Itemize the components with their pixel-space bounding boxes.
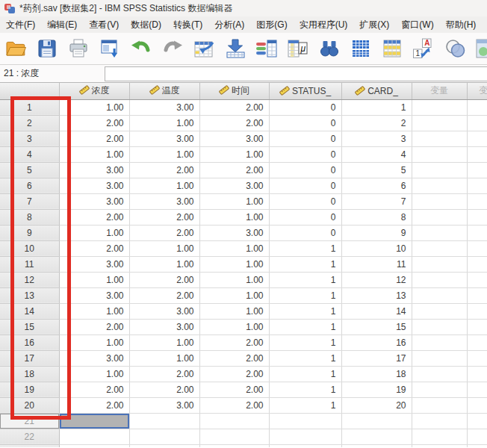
data-cell[interactable]: 10 <box>341 240 412 256</box>
menu-file[interactable]: 文件(F) <box>0 16 41 33</box>
data-cell[interactable]: 0 <box>269 162 341 178</box>
data-cell[interactable]: 0 <box>269 131 341 146</box>
data-cell[interactable] <box>412 382 467 397</box>
menu-window[interactable]: 窗口(W) <box>395 16 439 33</box>
data-cell[interactable]: 1 <box>269 366 341 382</box>
data-cell[interactable] <box>269 413 341 429</box>
data-cell[interactable] <box>269 444 341 447</box>
column-header-placeholder[interactable]: 变量 <box>467 83 487 99</box>
data-cell[interactable]: 1.00 <box>59 366 129 382</box>
data-cell[interactable] <box>341 444 412 447</box>
data-cell[interactable]: 2.00 <box>129 209 199 225</box>
data-cell[interactable] <box>467 366 487 382</box>
data-cell[interactable]: 2.00 <box>59 240 129 256</box>
data-cell[interactable]: 1 <box>269 335 341 350</box>
column-header-placeholder[interactable]: 变量 <box>412 83 467 99</box>
go-to-variable-button[interactable] <box>224 37 246 60</box>
data-cell[interactable]: 3.00 <box>129 131 199 146</box>
row-number[interactable]: 5 <box>0 162 59 178</box>
data-cell[interactable] <box>467 115 487 131</box>
data-cell[interactable]: 2.00 <box>59 319 129 335</box>
data-cell[interactable] <box>59 429 129 444</box>
data-cell[interactable]: 3.00 <box>129 319 199 335</box>
row-number[interactable]: 10 <box>0 240 59 256</box>
data-cell[interactable] <box>467 335 487 350</box>
data-cell[interactable] <box>467 319 487 335</box>
data-cell[interactable] <box>412 429 467 444</box>
data-cell[interactable]: 3.00 <box>59 287 129 303</box>
menu-data[interactable]: 数据(D) <box>125 16 167 33</box>
recall-dialogs-button[interactable] <box>99 37 121 60</box>
data-cell[interactable]: 1.00 <box>129 240 199 256</box>
data-cell[interactable] <box>467 146 487 162</box>
data-cell[interactable] <box>412 319 467 335</box>
data-cell[interactable]: 3.00 <box>129 193 199 209</box>
data-cell[interactable] <box>412 193 467 209</box>
data-cell[interactable]: 1.00 <box>59 99 129 115</box>
menu-extensions[interactable]: 扩展(X) <box>353 16 395 33</box>
menu-graphs[interactable]: 图形(G) <box>250 16 293 33</box>
data-cell[interactable]: 8 <box>341 209 412 225</box>
data-cell[interactable]: 1.00 <box>59 225 129 240</box>
data-cell[interactable]: 14 <box>341 303 412 319</box>
data-cell[interactable]: 1 <box>269 240 341 256</box>
data-cell[interactable]: 2.00 <box>129 382 199 397</box>
data-cell[interactable]: 1.00 <box>59 303 129 319</box>
data-cell[interactable]: 1.00 <box>129 146 199 162</box>
value-labels-button[interactable]: A 1 <box>412 37 435 60</box>
data-cell[interactable]: 5 <box>341 162 412 178</box>
data-cell[interactable]: 1.00 <box>199 287 269 303</box>
show-variables-button[interactable] <box>475 37 487 60</box>
data-cell[interactable]: 0 <box>269 115 341 131</box>
undo-button[interactable] <box>130 37 152 60</box>
data-cell[interactable] <box>59 444 129 447</box>
data-cell[interactable] <box>412 225 467 240</box>
data-cell[interactable]: 2.00 <box>199 335 269 350</box>
data-cell[interactable]: 1.00 <box>199 193 269 209</box>
data-cell[interactable]: 2.00 <box>59 209 129 225</box>
row-number[interactable]: 2 <box>0 115 59 131</box>
data-cell[interactable]: 1.00 <box>129 256 199 272</box>
data-cell[interactable]: 3.00 <box>59 193 129 209</box>
data-cell[interactable] <box>199 429 269 444</box>
data-cell[interactable]: 2 <box>341 115 412 131</box>
data-cell[interactable]: 3.00 <box>59 256 129 272</box>
data-cell[interactable]: 2.00 <box>199 366 269 382</box>
data-cell[interactable] <box>412 366 467 382</box>
data-cell[interactable]: 1 <box>269 272 341 287</box>
menu-transform[interactable]: 转换(T) <box>167 16 208 33</box>
data-cell[interactable] <box>467 350 487 366</box>
data-cell[interactable]: 3.00 <box>59 162 129 178</box>
data-cell[interactable] <box>412 146 467 162</box>
data-cell[interactable]: 2.00 <box>129 287 199 303</box>
data-cell[interactable] <box>467 444 487 447</box>
data-cell[interactable]: 1.00 <box>59 335 129 350</box>
data-cell[interactable] <box>467 240 487 256</box>
data-cell[interactable]: 1 <box>269 319 341 335</box>
data-cell[interactable] <box>467 413 487 429</box>
data-cell[interactable]: 0 <box>269 99 341 115</box>
data-cell[interactable]: 0 <box>269 209 341 225</box>
data-cell[interactable] <box>467 287 487 303</box>
data-cell[interactable] <box>129 413 199 429</box>
data-cell[interactable] <box>467 272 487 287</box>
data-cell[interactable] <box>467 209 487 225</box>
data-cell[interactable]: 1 <box>269 382 341 397</box>
data-cell[interactable]: 19 <box>341 382 412 397</box>
row-number[interactable]: 3 <box>0 131 59 146</box>
data-cell[interactable]: 3.00 <box>199 131 269 146</box>
row-number[interactable]: 16 <box>0 335 59 350</box>
data-cell[interactable]: 3.00 <box>129 99 199 115</box>
data-cell[interactable]: 3.00 <box>199 178 269 193</box>
row-number[interactable]: 13 <box>0 287 59 303</box>
data-cell[interactable]: 1.00 <box>199 240 269 256</box>
column-header-status[interactable]: STATUS_ <box>269 83 341 99</box>
column-header-temperature[interactable]: 温度 <box>129 83 199 99</box>
data-cell[interactable]: 2.00 <box>129 162 199 178</box>
data-cell[interactable] <box>412 303 467 319</box>
data-cell[interactable] <box>412 287 467 303</box>
data-cell[interactable]: 2.00 <box>129 366 199 382</box>
data-cell[interactable]: 2.00 <box>199 397 269 413</box>
data-cell[interactable]: 2.00 <box>59 397 129 413</box>
data-cell[interactable]: 1.00 <box>129 115 199 131</box>
